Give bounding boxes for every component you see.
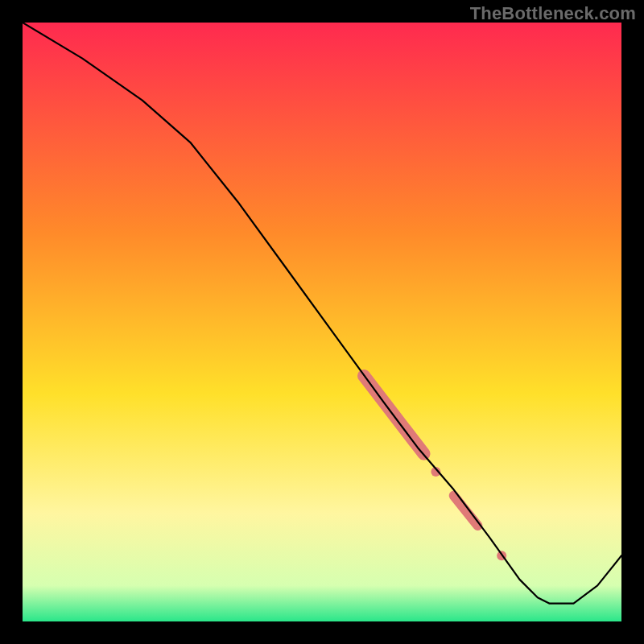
plot-area [23,23,621,621]
chart-frame: TheBottleneck.com [0,0,644,644]
watermark-text: TheBottleneck.com [470,3,636,24]
chart-svg [23,23,621,621]
gradient-background [23,23,621,621]
